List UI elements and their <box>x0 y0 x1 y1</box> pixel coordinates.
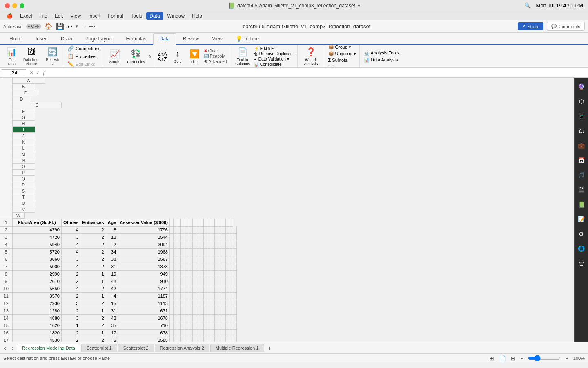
col-header-T[interactable]: T <box>13 194 35 200</box>
cell-C9[interactable]: 1 <box>80 278 106 285</box>
cell-C16[interactable]: 1 <box>80 329 106 337</box>
sidebar-icon-3[interactable]: 📱 <box>576 110 587 122</box>
cell-D2[interactable]: 8 <box>106 226 118 233</box>
col-header-A[interactable]: A <box>13 78 45 84</box>
tab-page-layout[interactable]: Page Layout <box>79 33 119 44</box>
zoom-in-icon[interactable]: + <box>566 356 568 361</box>
menu-format[interactable]: Format <box>105 12 127 20</box>
edit-links-button[interactable]: ✏️ Edit Links <box>67 61 100 67</box>
header-cell-D1[interactable]: Age <box>106 219 118 226</box>
cell-B17[interactable]: 2 <box>62 337 80 342</box>
cell-E16[interactable]: 678 <box>118 329 170 337</box>
cell-A7[interactable]: 5000 <box>12 263 62 270</box>
cell-A2[interactable]: 4790 <box>12 226 62 233</box>
cell-D6[interactable]: 38 <box>106 256 118 263</box>
cell-C12[interactable]: 2 <box>80 300 106 307</box>
cell-C6[interactable]: 2 <box>80 256 106 263</box>
share-button[interactable]: ↗Share <box>518 22 543 30</box>
save-icon[interactable]: 💾 <box>56 22 64 30</box>
normal-view-icon[interactable]: ⊞ <box>489 355 494 361</box>
more-data-types-button[interactable]: › <box>149 47 151 65</box>
cell-D15[interactable]: 35 <box>106 322 118 329</box>
sheet-tab-multiple-regression-1[interactable]: Multiple Regression 1 <box>210 344 264 352</box>
tab-view[interactable]: View <box>206 33 229 44</box>
cell-D11[interactable]: 4 <box>106 292 118 300</box>
col-header-N[interactable]: N <box>13 157 35 164</box>
menu-excel[interactable]: Excel <box>17 12 35 20</box>
cell-A4[interactable]: 5940 <box>12 241 62 248</box>
cell-B7[interactable]: 4 <box>62 263 80 270</box>
col-header-M[interactable]: M <box>13 151 35 157</box>
cell-A11[interactable]: 3570 <box>12 292 62 300</box>
cell-A15[interactable]: 1620 <box>12 322 62 329</box>
group-button[interactable]: 📦 Group ▾ <box>328 45 356 50</box>
cell-E14[interactable]: 1678 <box>118 314 170 322</box>
col-header-H[interactable]: H <box>13 121 35 127</box>
ungroup-button[interactable]: 📦 Ungroup ▾ <box>328 51 356 56</box>
sort-az-button[interactable]: Z↑A <box>158 51 167 56</box>
cell-E10[interactable]: 1774 <box>118 285 170 292</box>
tab-data[interactable]: Data <box>153 33 176 45</box>
tab-insert[interactable]: Insert <box>29 33 54 44</box>
cell-D7[interactable]: 31 <box>106 263 118 270</box>
cell-E12[interactable]: 1113 <box>118 300 170 307</box>
cell-C17[interactable]: 2 <box>80 337 106 342</box>
cell-D8[interactable]: 19 <box>106 270 118 278</box>
clear-button[interactable]: ✖ Clear <box>204 49 227 53</box>
menu-data[interactable]: Data <box>146 12 163 20</box>
stocks-button[interactable]: 📈 Stocks <box>107 47 123 65</box>
cell-A6[interactable]: 3660 <box>12 256 62 263</box>
cell-B13[interactable]: 2 <box>62 307 80 314</box>
maximize-button[interactable] <box>20 3 24 8</box>
cell-A9[interactable]: 2610 <box>12 278 62 285</box>
zoom-slider[interactable] <box>528 355 561 361</box>
more-actions[interactable]: ••• <box>89 23 96 30</box>
cell-B11[interactable]: 2 <box>62 292 80 300</box>
cell-A8[interactable]: 2990 <box>12 270 62 278</box>
cell-C3[interactable]: 2 <box>80 233 106 241</box>
col-header-W[interactable]: W <box>13 213 25 219</box>
cell-D5[interactable]: 34 <box>106 248 118 256</box>
flash-fill-button[interactable]: ⚡ Flash Fill <box>254 46 295 51</box>
sidebar-icon-1[interactable]: 🔮 <box>576 81 587 92</box>
cell-C8[interactable]: 1 <box>80 270 106 278</box>
what-if-analysis-button[interactable]: ❓ What-IfAnalysis <box>301 45 321 67</box>
cell-E15[interactable]: 710 <box>118 322 170 329</box>
col-header-U[interactable]: U <box>13 200 35 206</box>
cell-E8[interactable]: 949 <box>118 270 170 278</box>
header-cell-C1[interactable]: Entrances <box>80 219 106 226</box>
cell-B8[interactable]: 2 <box>62 270 80 278</box>
menu-insert[interactable]: Insert <box>85 12 104 20</box>
reapply-button[interactable]: 🔄 Reapply <box>204 54 227 58</box>
cell-A17[interactable]: 4530 <box>12 337 62 342</box>
col-header-P[interactable]: P <box>13 170 35 176</box>
cell-C7[interactable]: 2 <box>80 263 106 270</box>
cell-D9[interactable]: 48 <box>106 278 118 285</box>
cell-E2[interactable]: 1796 <box>118 226 170 233</box>
cell-D12[interactable]: 15 <box>106 300 118 307</box>
sidebar-icon-11[interactable]: ⚙ <box>576 228 587 240</box>
cell-reference-input[interactable] <box>2 69 26 76</box>
text-to-columns-button[interactable]: 📄 Text toColumns <box>233 45 252 67</box>
cell-E6[interactable]: 1567 <box>118 256 170 263</box>
tab-review[interactable]: Review <box>177 33 205 44</box>
cell-A13[interactable]: 1280 <box>12 307 62 314</box>
undo-icon[interactable]: ↩ <box>67 23 72 30</box>
get-data-button[interactable]: 📊 GetData <box>4 45 19 67</box>
col-header-V[interactable]: V <box>13 206 35 213</box>
col-header-E[interactable]: E <box>13 102 62 108</box>
sidebar-icon-7[interactable]: 🎵 <box>576 169 587 181</box>
col-header-C[interactable]: C <box>13 90 39 96</box>
cell-D3[interactable]: 12 <box>106 233 118 241</box>
cell-D16[interactable]: 17 <box>106 329 118 337</box>
cell-C5[interactable]: 2 <box>80 248 106 256</box>
tab-home[interactable]: Home <box>3 33 29 44</box>
col-header-I[interactable]: I <box>13 127 35 133</box>
cell-B5[interactable]: 4 <box>62 248 80 256</box>
sidebar-icon-9[interactable]: 📗 <box>576 199 587 210</box>
sidebar-icon-8[interactable]: 🎬 <box>576 184 587 195</box>
sort-za-button[interactable]: A↓Z <box>158 56 167 62</box>
page-layout-icon[interactable]: 📄 <box>499 355 506 361</box>
col-header-S[interactable]: S <box>13 188 35 194</box>
tab-draw[interactable]: Draw <box>55 33 78 44</box>
